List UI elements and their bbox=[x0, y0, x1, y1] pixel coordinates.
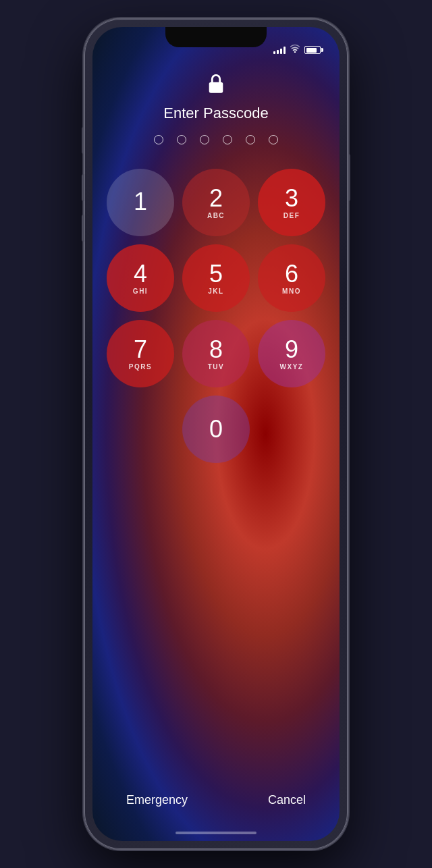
key-5-letters: JKL bbox=[208, 288, 223, 295]
status-icons bbox=[273, 45, 321, 55]
dot-2 bbox=[177, 135, 186, 144]
key-6-letters: MNO bbox=[282, 288, 301, 295]
battery-fill bbox=[306, 48, 317, 53]
key-0-number: 0 bbox=[209, 417, 223, 441]
key-3-letters: DEF bbox=[284, 212, 300, 219]
svg-rect-0 bbox=[209, 82, 223, 93]
battery-icon bbox=[304, 46, 321, 54]
key-9-letters: WXYZ bbox=[280, 363, 304, 371]
key-4-letters: GHI bbox=[133, 288, 148, 295]
key-2-letters: ABC bbox=[207, 212, 225, 219]
passcode-dots bbox=[154, 135, 278, 144]
key-5-number: 5 bbox=[209, 262, 223, 286]
key-3-button[interactable]: 3 DEF bbox=[258, 169, 325, 236]
key-7-letters: PQRS bbox=[129, 363, 152, 371]
dot-4 bbox=[223, 135, 232, 144]
key-3-number: 3 bbox=[285, 186, 298, 211]
key-0-button[interactable]: 0 bbox=[182, 396, 250, 463]
signal-icon bbox=[273, 46, 286, 54]
notch bbox=[165, 27, 267, 47]
wifi-icon bbox=[290, 45, 300, 55]
key-8-number: 8 bbox=[209, 337, 223, 362]
key-9-button[interactable]: 9 WXYZ bbox=[258, 320, 325, 387]
lock-container bbox=[207, 74, 225, 93]
home-indicator bbox=[176, 832, 256, 834]
key-1-number: 1 bbox=[134, 190, 147, 214]
lock-icon bbox=[207, 74, 225, 93]
phone-screen: Enter Passcode 1 2 ABC 3 DEF bbox=[92, 27, 340, 841]
keypad: 1 2 ABC 3 DEF 4 GHI 5 JKL 6 MNO bbox=[107, 169, 325, 463]
dot-1 bbox=[154, 135, 163, 144]
cancel-button[interactable]: Cancel bbox=[268, 793, 306, 807]
key-2-button[interactable]: 2 ABC bbox=[182, 169, 250, 236]
key-4-button[interactable]: 4 GHI bbox=[107, 244, 174, 312]
passcode-title: Enter Passcode bbox=[163, 105, 268, 122]
phone-outer: Enter Passcode 1 2 ABC 3 DEF bbox=[84, 19, 348, 849]
key-5-button[interactable]: 5 JKL bbox=[182, 244, 250, 312]
key-8-button[interactable]: 8 TUV bbox=[182, 320, 250, 387]
key-4-number: 4 bbox=[134, 262, 147, 286]
key-6-button[interactable]: 6 MNO bbox=[258, 244, 325, 312]
bottom-bar: Emergency Cancel bbox=[92, 793, 340, 807]
key-2-number: 2 bbox=[209, 186, 223, 211]
key-1-button[interactable]: 1 bbox=[107, 169, 174, 236]
key-8-letters: TUV bbox=[208, 363, 225, 371]
dot-6 bbox=[269, 135, 278, 144]
key-7-number: 7 bbox=[134, 337, 147, 362]
key-7-button[interactable]: 7 PQRS bbox=[107, 320, 174, 387]
key-9-number: 9 bbox=[285, 337, 298, 362]
dot-5 bbox=[246, 135, 255, 144]
emergency-button[interactable]: Emergency bbox=[126, 793, 188, 807]
dot-3 bbox=[200, 135, 209, 144]
key-6-number: 6 bbox=[285, 262, 298, 286]
